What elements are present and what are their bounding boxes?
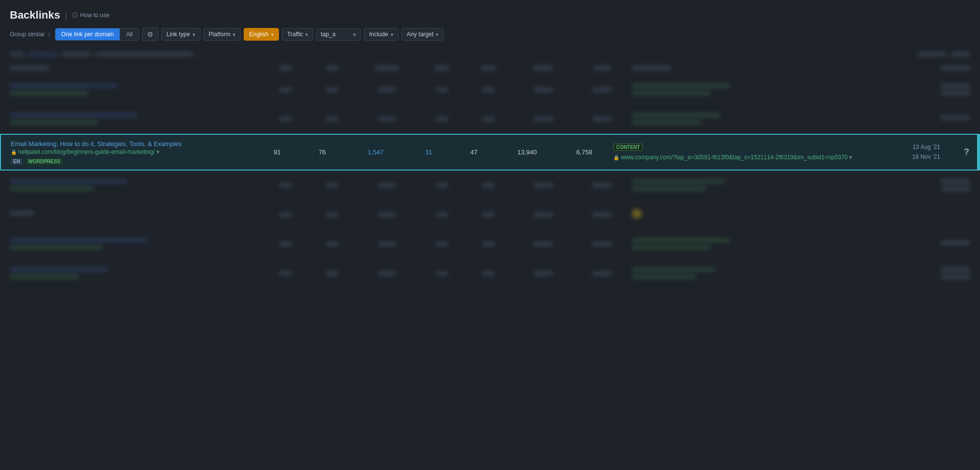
domains-value: 31 xyxy=(409,148,449,156)
how-to-use-link[interactable]: ⓘ How to use xyxy=(72,11,109,20)
platform-arrow: ▾ xyxy=(233,32,235,37)
page-header: Backlinks | ⓘ How to use xyxy=(0,0,980,27)
tag-wordpress: WORDPRESS xyxy=(26,158,63,165)
ur-value: 76 xyxy=(302,148,343,156)
english-arrow: ▾ xyxy=(271,32,274,37)
toolbar: Group similar i One link per domain All … xyxy=(0,27,980,48)
any-target-dropdown[interactable]: Any target ▾ xyxy=(402,28,444,41)
any-target-label: Any target xyxy=(407,31,434,38)
table-row xyxy=(0,229,980,259)
how-to-use-label: How to use xyxy=(80,12,109,19)
table-area: Email Marketing: How to do it, Strategie… xyxy=(0,48,980,288)
include-arrow: ▾ xyxy=(391,32,393,37)
any-target-arrow: ▾ xyxy=(436,32,438,37)
tag-en: EN xyxy=(11,158,23,165)
settings-btn[interactable]: ⚙ xyxy=(142,27,158,41)
page-title: Backlinks xyxy=(10,9,60,22)
platform-label: Platform xyxy=(209,31,231,38)
traffic-dropdown[interactable]: Traffic ▾ xyxy=(282,28,314,41)
english-dropdown[interactable]: English ▾ xyxy=(244,28,278,41)
view-mode-group: One link per domain All xyxy=(55,28,139,41)
source-url-arrow[interactable]: ▾ xyxy=(156,148,159,155)
title-separator: | xyxy=(65,10,68,21)
first-seen-date: 13 Aug '21 xyxy=(860,143,940,152)
content-badge: CONTENT xyxy=(613,144,643,151)
summary-stats-row xyxy=(0,48,980,61)
table-row xyxy=(0,200,980,229)
include-label: Include xyxy=(369,31,388,38)
dr-value: 91 xyxy=(257,148,297,156)
search-input[interactable] xyxy=(321,31,350,38)
table-row xyxy=(0,259,980,288)
dates-col: 13 Aug '21 16 Nov '21 xyxy=(860,143,940,161)
clear-search-btn[interactable]: × xyxy=(352,31,356,38)
question-mark: ? xyxy=(964,147,969,157)
target-url-text: www.company.com/?tap_a=30591-fb13f0&tap_… xyxy=(621,154,847,161)
target-url[interactable]: 🔒 www.company.com/?tap_a=30591-fb13f0&ta… xyxy=(613,153,854,162)
backlinks-value: 1,547 xyxy=(348,148,404,156)
row-accent-bar xyxy=(977,135,979,170)
source-url[interactable]: 🔒 neilpatel.com/blog/beginners-guide-ema… xyxy=(11,148,252,155)
table-header-row xyxy=(0,62,980,75)
link-type-dropdown[interactable]: Link type ▾ xyxy=(161,28,201,41)
source-title: Email Marketing: How to do it, Strategie… xyxy=(11,140,252,148)
words-value: 6,758 xyxy=(560,148,609,156)
question-mark-col: ? xyxy=(945,147,969,157)
platform-dropdown[interactable]: Platform ▾ xyxy=(203,28,241,41)
traffic-label: Traffic xyxy=(287,31,303,38)
info-icon: ⓘ xyxy=(72,11,78,20)
traffic-value: 47 xyxy=(454,148,494,156)
highlighted-table-row[interactable]: Email Marketing: How to do it, Strategie… xyxy=(0,134,980,171)
traffic-arrow: ▾ xyxy=(305,32,308,37)
english-label: English xyxy=(249,31,268,38)
table-row xyxy=(0,171,980,200)
include-dropdown[interactable]: Include ▾ xyxy=(364,28,399,41)
table-row xyxy=(0,75,980,104)
target-lock-icon: 🔒 xyxy=(613,155,619,160)
one-link-per-domain-btn[interactable]: One link per domain xyxy=(55,28,120,40)
search-filter[interactable]: × xyxy=(316,28,361,41)
target-url-arrow[interactable]: ▾ xyxy=(849,154,852,161)
target-col: CONTENT 🔒 www.company.com/?tap_a=30591-f… xyxy=(613,143,854,162)
link-type-arrow: ▾ xyxy=(193,32,195,37)
group-similar-info: i xyxy=(49,31,50,37)
lock-icon: 🔒 xyxy=(11,149,17,155)
source-url-text: neilpatel.com/blog/beginners-guide-email… xyxy=(18,148,155,155)
link-type-label: Link type xyxy=(167,31,190,38)
table-row xyxy=(0,104,980,134)
kw-value: 13,940 xyxy=(499,148,555,156)
group-similar-label: Group similar xyxy=(10,31,45,38)
all-btn[interactable]: All xyxy=(120,28,138,40)
last-check-date: 16 Nov '21 xyxy=(860,152,940,162)
source-col: Email Marketing: How to do it, Strategie… xyxy=(11,140,252,165)
